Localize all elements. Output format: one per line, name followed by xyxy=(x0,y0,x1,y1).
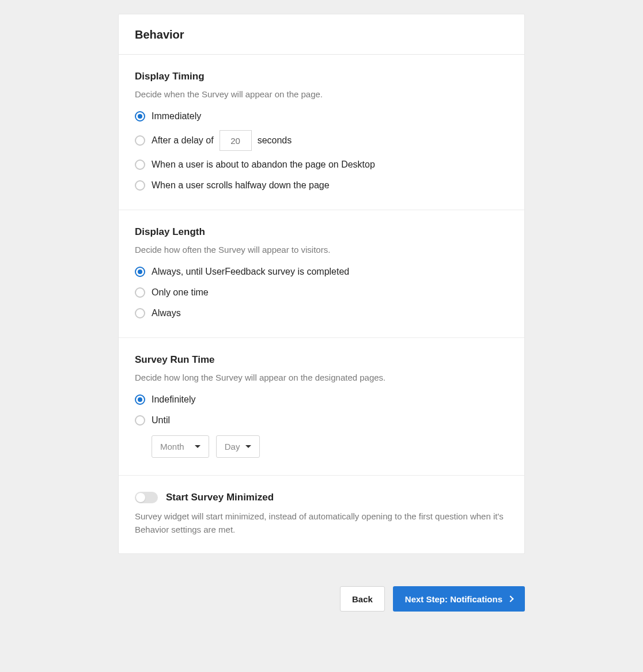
section-display-length: Display Length Decide how often the Surv… xyxy=(119,210,524,338)
minimized-title: Start Survey Minimized xyxy=(166,492,274,503)
caret-down-icon xyxy=(195,445,201,448)
radio-row-one-time[interactable]: Only one time xyxy=(135,286,508,299)
radio-immediately[interactable] xyxy=(135,111,145,122)
radio-row-delay[interactable]: After a delay of seconds xyxy=(135,130,508,151)
section-run-time: Survey Run Time Decide how long the Surv… xyxy=(119,338,524,476)
radio-label-until: Until xyxy=(152,415,170,426)
radio-row-abandon[interactable]: When a user is about to abandon the page… xyxy=(135,158,508,172)
delay-suffix-text: seconds xyxy=(258,135,292,146)
card-title: Behavior xyxy=(135,28,508,41)
section-subtitle-display-timing: Decide when the Survey will appear on th… xyxy=(135,89,508,99)
radio-label-immediately: Immediately xyxy=(152,111,201,122)
radio-label-until-completed: Always, until UserFeedback survey is com… xyxy=(152,267,349,277)
toggle-row-minimized: Start Survey Minimized xyxy=(135,492,508,503)
radio-row-until[interactable]: Until xyxy=(135,413,508,427)
section-title-display-length: Display Length xyxy=(135,226,508,238)
radio-scroll[interactable] xyxy=(135,180,145,191)
radio-row-indefinitely[interactable]: Indefinitely xyxy=(135,393,508,407)
radio-row-scroll[interactable]: When a user scrolls halfway down the pag… xyxy=(135,179,508,192)
minimized-toggle[interactable] xyxy=(135,492,158,503)
date-select-group: Month Day xyxy=(152,435,508,458)
day-select[interactable]: Day xyxy=(216,435,260,458)
section-title-display-timing: Display Timing xyxy=(135,71,508,82)
chevron-right-icon xyxy=(507,595,513,602)
card-header: Behavior xyxy=(119,14,524,55)
next-button[interactable]: Next Step: Notifications xyxy=(393,586,525,612)
day-select-label: Day xyxy=(225,442,240,451)
radio-label-abandon: When a user is about to abandon the page… xyxy=(152,160,375,170)
radio-row-immediately[interactable]: Immediately xyxy=(135,109,508,123)
radio-label-indefinitely: Indefinitely xyxy=(152,394,196,405)
section-minimized: Start Survey Minimized Survey widget wil… xyxy=(119,476,524,553)
caret-down-icon xyxy=(245,445,251,448)
section-title-run-time: Survey Run Time xyxy=(135,354,508,366)
radio-row-always[interactable]: Always xyxy=(135,306,508,320)
back-button[interactable]: Back xyxy=(340,586,385,612)
behavior-card: Behavior Display Timing Decide when the … xyxy=(118,14,525,554)
footer-actions: Back Next Step: Notifications xyxy=(118,586,525,612)
radio-label-scroll: When a user scrolls halfway down the pag… xyxy=(152,180,330,191)
minimized-description: Survey widget will start minimized, inst… xyxy=(135,510,508,536)
toggle-knob xyxy=(136,493,145,502)
next-button-label: Next Step: Notifications xyxy=(405,594,502,604)
radio-delay[interactable] xyxy=(135,135,145,146)
month-select-label: Month xyxy=(160,442,184,451)
radio-row-until-completed[interactable]: Always, until UserFeedback survey is com… xyxy=(135,265,508,279)
radio-one-time[interactable] xyxy=(135,287,145,298)
radio-until[interactable] xyxy=(135,415,145,426)
delay-prefix-text: After a delay of xyxy=(152,135,214,146)
radio-always[interactable] xyxy=(135,308,145,318)
radio-label-delay: After a delay of seconds xyxy=(152,130,292,151)
back-button-label: Back xyxy=(352,594,373,604)
section-subtitle-run-time: Decide how long the Survey will appear o… xyxy=(135,373,508,382)
radio-label-one-time: Only one time xyxy=(152,287,209,298)
delay-input[interactable] xyxy=(220,130,252,151)
section-subtitle-display-length: Decide how often the Survey will appear … xyxy=(135,245,508,255)
month-select[interactable]: Month xyxy=(152,435,209,458)
radio-label-always: Always xyxy=(152,308,181,318)
section-display-timing: Display Timing Decide when the Survey wi… xyxy=(119,55,524,210)
radio-until-completed[interactable] xyxy=(135,267,145,277)
radio-abandon[interactable] xyxy=(135,160,145,170)
radio-indefinitely[interactable] xyxy=(135,394,145,405)
